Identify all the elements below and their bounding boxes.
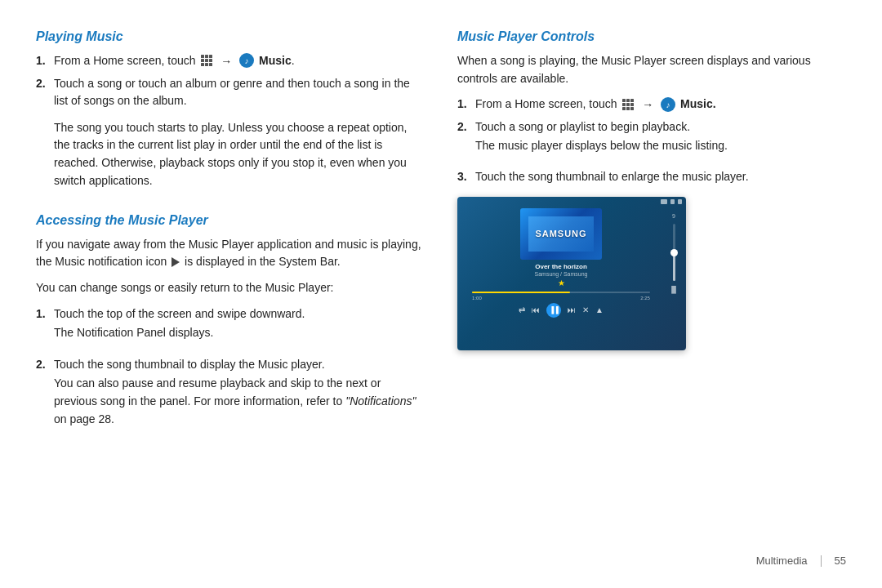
- footer-divider: [821, 555, 822, 567]
- step-content: Touch the song thumbnail to enlarge the …: [475, 168, 846, 185]
- time-start: 1:00: [472, 296, 482, 301]
- svg-rect-15: [626, 103, 630, 106]
- svg-rect-5: [209, 59, 212, 62]
- accessing-steps: 1. Touch the top of the screen and swipe…: [36, 305, 425, 437]
- svg-rect-2: [209, 55, 212, 58]
- player-main: SAMSUNG Over the horizon Samsung / Samsu…: [462, 208, 660, 318]
- player-sidebar: 9 ▐▌: [666, 208, 681, 318]
- step-main: Touch the top of the screen and swipe do…: [54, 305, 305, 323]
- controls-title: Music Player Controls: [457, 29, 846, 44]
- playing-music-title: Playing Music: [36, 29, 425, 44]
- player-screenshot: SAMSUNG Over the horizon Samsung / Samsu…: [457, 197, 686, 350]
- top-icon-1: [661, 199, 667, 204]
- step-number: 1.: [457, 96, 475, 113]
- svg-rect-0: [201, 55, 204, 58]
- playing-music-para: The song you touch starts to play. Unles…: [54, 119, 425, 190]
- page: Playing Music 1. From a Home screen, tou…: [0, 0, 882, 588]
- music-label: Music: [259, 54, 292, 67]
- controls-step-2: 2. Touch a song or playlist to begin pla…: [457, 118, 846, 163]
- controls-steps: 1. From a Home screen, touch: [457, 96, 846, 185]
- step-number: 2.: [36, 356, 54, 373]
- svg-rect-13: [630, 99, 634, 102]
- svg-rect-12: [626, 99, 630, 102]
- svg-rect-19: [630, 107, 634, 110]
- next-icon: ⏭: [568, 305, 576, 314]
- player-controls: ⇄ ⏮ ▐▐ ⏭ ✕ ▲: [519, 303, 604, 318]
- playing-music-steps: 1. From a Home screen, touch: [36, 52, 425, 109]
- accessing-step-1: 1. Touch the top of the screen and swipe…: [36, 305, 425, 350]
- music-label: Music.: [680, 97, 716, 110]
- arrow-icon: →: [220, 53, 232, 70]
- svg-rect-14: [622, 103, 626, 106]
- volume-knob[interactable]: [670, 249, 678, 256]
- step-main: Touch a song or playlist to begin playba…: [475, 118, 690, 136]
- volume-fill: [673, 252, 675, 281]
- accessing-title: Accessing the Music Player: [36, 213, 425, 228]
- controls-step-1: 1. From a Home screen, touch: [457, 96, 846, 114]
- step-number: 3.: [457, 168, 475, 185]
- step-number: 1.: [36, 305, 54, 323]
- footer-label: Multimedia: [756, 555, 808, 567]
- rating-star: ★: [558, 278, 565, 287]
- repeat-icon: ✕: [582, 305, 589, 314]
- time-end: 2:25: [640, 296, 650, 301]
- svg-rect-4: [205, 59, 208, 62]
- svg-rect-18: [626, 107, 630, 110]
- left-column: Playing Music 1. From a Home screen, tou…: [36, 29, 425, 564]
- footer: Multimedia 55: [756, 555, 846, 567]
- right-column: Music Player Controls When a song is pla…: [457, 29, 846, 564]
- playing-music-section: Playing Music 1. From a Home screen, tou…: [36, 29, 425, 198]
- top-icon-3: [678, 199, 682, 204]
- controls-intro: When a song is playing, the Music Player…: [457, 52, 846, 87]
- accessing-para1: If you navigate away from the Music Play…: [36, 236, 425, 271]
- step-text-before: From a Home screen, touch: [54, 54, 196, 67]
- svg-rect-1: [205, 55, 208, 58]
- equalizer-icon: ▐▌: [669, 286, 678, 293]
- step-sub: The Notification Panel displays.: [54, 324, 213, 342]
- step-number: 2.: [36, 75, 54, 92]
- music-app-icon: ♪: [661, 97, 675, 112]
- svg-rect-6: [201, 63, 204, 66]
- step-number: 2.: [457, 118, 475, 136]
- samsung-logo: SAMSUNG: [535, 229, 586, 238]
- svg-rect-16: [630, 103, 634, 106]
- player-top-bar: [457, 197, 686, 207]
- svg-rect-7: [205, 63, 208, 66]
- accessing-section: Accessing the Music Player If you naviga…: [36, 213, 425, 447]
- step-number: 1.: [36, 52, 54, 69]
- step-period: .: [292, 54, 295, 67]
- svg-text:♪: ♪: [245, 56, 249, 65]
- controls-step-3: 3. Touch the song thumbnail to enlarge t…: [457, 168, 846, 185]
- top-icon-2: [670, 199, 675, 204]
- grid-icon: [621, 98, 635, 111]
- controls-section: Music Player Controls When a song is pla…: [457, 29, 846, 350]
- grid-icon: [200, 54, 213, 67]
- volume-track: [673, 224, 675, 281]
- accessing-para1-after: is displayed in the System Bar.: [185, 255, 341, 268]
- step-text-before: From a Home screen, touch: [475, 97, 617, 110]
- song-title: Over the horizon: [535, 263, 587, 271]
- arrow-icon: →: [642, 96, 653, 114]
- player-body: SAMSUNG Over the horizon Samsung / Samsu…: [457, 207, 686, 319]
- step-content: From a Home screen, touch: [54, 52, 425, 70]
- music-app-icon: ♪: [239, 53, 254, 68]
- step-main: Touch the song thumbnail to display the …: [54, 356, 325, 373]
- svg-text:♪: ♪: [666, 100, 670, 109]
- svg-rect-17: [622, 107, 626, 110]
- progress-fill: [472, 292, 570, 293]
- shuffle-icon: ⇄: [519, 305, 525, 314]
- album-art: SAMSUNG: [520, 208, 602, 260]
- accessing-step-2: 2. Touch the song thumbnail to display t…: [36, 356, 425, 436]
- time-row: 1:00 2:25: [472, 296, 650, 301]
- play-pause-button[interactable]: ▐▐: [546, 303, 561, 318]
- song-artist: Samsung / Samsung: [535, 271, 588, 277]
- accessing-para2: You can change songs or easily return to…: [36, 279, 425, 297]
- sidebar-number: 9: [672, 213, 675, 219]
- play-notification-icon: [172, 257, 180, 267]
- step-sub: The music player displays below the musi…: [475, 137, 728, 155]
- more-icon: ▲: [595, 305, 604, 314]
- step-content: From a Home screen, touch: [475, 96, 846, 114]
- progress-bar: [472, 292, 650, 293]
- step-sub: You can also pause and resume playback a…: [54, 375, 425, 428]
- step-content: Touch a song or touch an album or genre …: [54, 75, 425, 109]
